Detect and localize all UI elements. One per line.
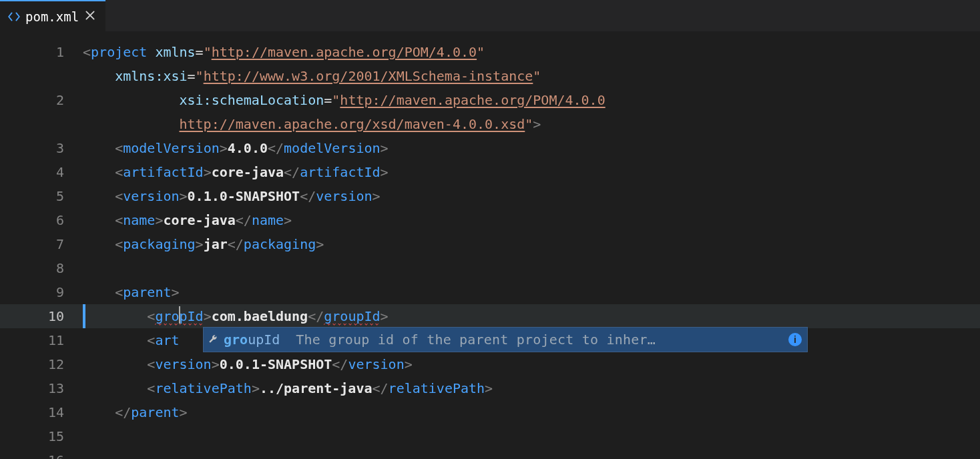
code-line[interactable]: 8	[0, 256, 980, 280]
code-line[interactable]: 13 <relativePath>../parent-java</relativ…	[0, 376, 980, 400]
line-number: 4	[0, 160, 83, 184]
code-line[interactable]: 5 <version>0.1.0-SNAPSHOT</version>	[0, 184, 980, 208]
code-line[interactable]: 14 </parent>	[0, 400, 980, 424]
line-number: 15	[0, 424, 83, 448]
line-number: 9	[0, 280, 83, 304]
code-icon	[8, 11, 20, 23]
tab-bar: pom.xml	[0, 0, 980, 32]
code-line[interactable]: 2 xsi:schemaLocation="http://maven.apach…	[0, 88, 980, 112]
code-line[interactable]: 3 <modelVersion>4.0.0</modelVersion>	[0, 136, 980, 160]
line-number: 10	[0, 304, 83, 328]
tab-label: pom.xml	[25, 9, 79, 24]
line-number: 14	[0, 400, 83, 424]
code-line[interactable]: 12 <version>0.0.1-SNAPSHOT</version>	[0, 352, 980, 376]
line-number: 16	[0, 448, 83, 459]
line-number: 8	[0, 256, 83, 280]
line-number: 5	[0, 184, 83, 208]
line-number: 11	[0, 328, 83, 352]
autocomplete-popup[interactable]: groupId The group id of the parent proje…	[203, 327, 808, 352]
info-icon[interactable]: i	[788, 333, 802, 346]
file-tab[interactable]: pom.xml	[0, 0, 105, 32]
line-number: 7	[0, 232, 83, 256]
code-line[interactable]: 4 <artifactId>core-java</artifactId>	[0, 160, 980, 184]
code-editor[interactable]: 1 <project xmlns="http://maven.apache.or…	[0, 32, 980, 459]
wrench-icon	[204, 334, 222, 345]
line-number: 12	[0, 352, 83, 376]
line-number: 13	[0, 376, 83, 400]
code-line[interactable]: 9 <parent>	[0, 280, 980, 304]
line-number: 1	[0, 40, 83, 64]
code-line[interactable]: 6 <name>core-java</name>	[0, 208, 980, 232]
line-number: 2	[0, 88, 83, 112]
code-line[interactable]: 16	[0, 448, 980, 459]
code-line[interactable]: 7 <packaging>jar</packaging>	[0, 232, 980, 256]
code-line[interactable]: 15	[0, 424, 980, 448]
suggestion-item[interactable]: groupId	[222, 332, 280, 348]
code-line[interactable]: http://maven.apache.org/xsd/maven-4.0.0.…	[0, 112, 980, 136]
code-line[interactable]: 1 <project xmlns="http://maven.apache.or…	[0, 40, 980, 64]
close-icon[interactable]	[84, 9, 96, 25]
suggestion-description: The group id of the parent project to in…	[280, 332, 656, 348]
line-number: 3	[0, 136, 83, 160]
line-number: 6	[0, 208, 83, 232]
code-line[interactable]: xmlns:xsi="http://www.w3.org/2001/XMLSch…	[0, 64, 980, 88]
code-line-active[interactable]: 10 <gropId>com.baeldung</groupId>	[0, 304, 980, 328]
